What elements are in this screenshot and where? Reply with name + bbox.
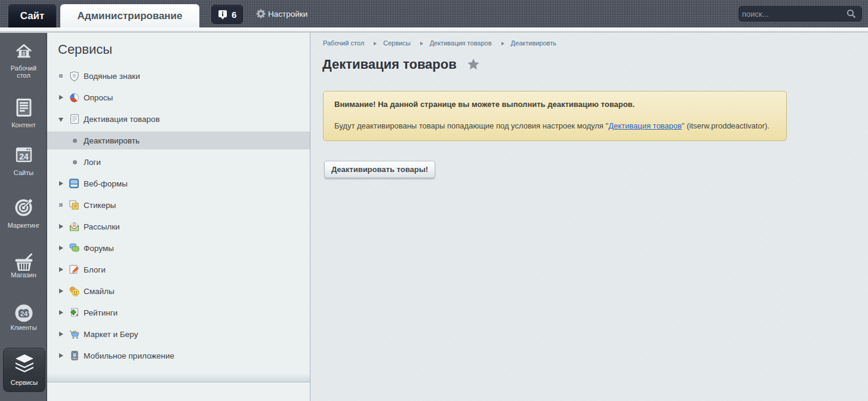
svg-text:24: 24 [19, 152, 29, 161]
svg-text:24: 24 [20, 310, 28, 317]
